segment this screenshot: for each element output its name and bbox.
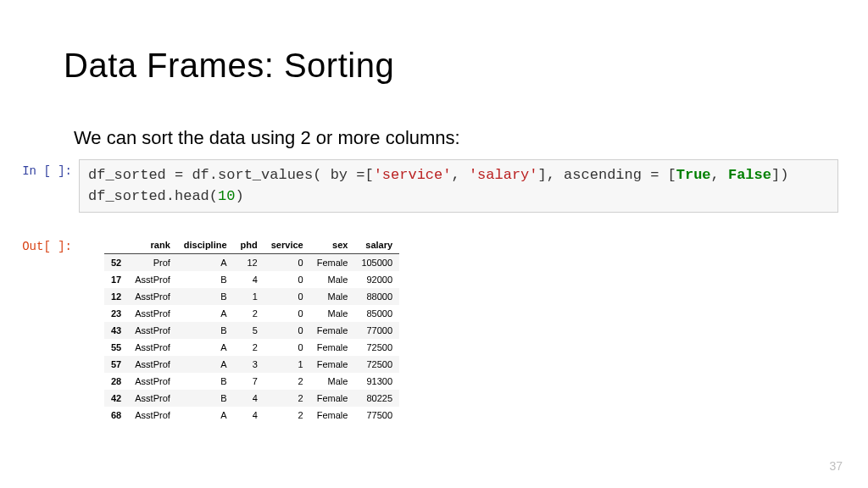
cell: A (177, 305, 234, 322)
cell: Male (310, 271, 355, 288)
dataframe-table: rank discipline phd service sex salary 5… (104, 236, 399, 424)
cell: A (177, 407, 234, 424)
row-index: 68 (104, 407, 128, 424)
cell: AsstProf (128, 288, 177, 305)
cell: B (177, 288, 234, 305)
index-header (104, 236, 128, 254)
col-header: rank (128, 236, 177, 254)
cell: 2 (234, 305, 264, 322)
cell: Female (310, 390, 355, 407)
cell: 2 (234, 339, 264, 356)
out-prompt: Out[ ]: (19, 236, 79, 253)
cell: 4 (234, 407, 264, 424)
cell: AsstProf (128, 305, 177, 322)
table-row: 68AsstProfA42Female77500 (104, 407, 399, 424)
row-index: 28 (104, 373, 128, 390)
code-block: df_sorted = df.sort_values( by =['servic… (79, 159, 838, 213)
cell: 0 (264, 271, 310, 288)
cell: AsstProf (128, 407, 177, 424)
row-index: 57 (104, 356, 128, 373)
cell: Prof (128, 254, 177, 272)
cell: B (177, 271, 234, 288)
cell: 0 (264, 254, 310, 272)
code-line-1: df_sorted = df.sort_values( by =['servic… (88, 165, 829, 186)
body-text: We can sort the data using 2 or more col… (74, 127, 804, 149)
cell: 77000 (354, 322, 399, 339)
cell: A (177, 339, 234, 356)
cell: Female (310, 339, 355, 356)
cell: 2 (264, 373, 310, 390)
page-number: 37 (829, 459, 843, 473)
cell: B (177, 373, 234, 390)
cell: 3 (234, 356, 264, 373)
cell: AsstProf (128, 390, 177, 407)
cell: Male (310, 305, 355, 322)
cell: B (177, 390, 234, 407)
cell: AsstProf (128, 339, 177, 356)
table-row: 43AsstProfB50Female77000 (104, 322, 399, 339)
table-body: 52ProfA120Female10500017AsstProfB40Male9… (104, 254, 399, 424)
row-index: 17 (104, 271, 128, 288)
col-header: sex (310, 236, 355, 254)
cell: Female (310, 356, 355, 373)
col-header: discipline (177, 236, 234, 254)
cell: 80225 (354, 390, 399, 407)
cell: 85000 (354, 305, 399, 322)
col-header: service (264, 236, 310, 254)
table-row: 42AsstProfB42Female80225 (104, 390, 399, 407)
cell: 2 (264, 390, 310, 407)
cell: 0 (264, 288, 310, 305)
table-row: 23AsstProfA20Male85000 (104, 305, 399, 322)
cell: Male (310, 288, 355, 305)
cell: A (177, 356, 234, 373)
cell: 105000 (354, 254, 399, 272)
cell: 12 (234, 254, 264, 272)
cell: 72500 (354, 356, 399, 373)
cell: 91300 (354, 373, 399, 390)
page-title: Data Frames: Sorting (64, 47, 804, 85)
cell: B (177, 322, 234, 339)
cell: 77500 (354, 407, 399, 424)
slide: Data Frames: Sorting We can sort the dat… (0, 0, 868, 488)
output-cell: Out[ ]: rank discipline phd service sex … (19, 236, 804, 424)
row-index: 42 (104, 390, 128, 407)
cell: 1 (234, 288, 264, 305)
col-header: salary (354, 236, 399, 254)
table-row: 17AsstProfB40Male92000 (104, 271, 399, 288)
table-header-row: rank discipline phd service sex salary (104, 236, 399, 254)
in-prompt: In [ ]: (19, 159, 79, 178)
cell: 0 (264, 322, 310, 339)
cell: AsstProf (128, 322, 177, 339)
cell: 0 (264, 339, 310, 356)
table-row: 57AsstProfA31Female72500 (104, 356, 399, 373)
col-header: phd (234, 236, 264, 254)
cell: 1 (264, 356, 310, 373)
cell: Female (310, 254, 355, 272)
cell: 5 (234, 322, 264, 339)
table-row: 28AsstProfB72Male91300 (104, 373, 399, 390)
cell: A (177, 254, 234, 272)
input-cell: In [ ]: df_sorted = df.sort_values( by =… (19, 159, 838, 213)
cell: 2 (264, 407, 310, 424)
cell: AsstProf (128, 271, 177, 288)
cell: 72500 (354, 339, 399, 356)
cell: 92000 (354, 271, 399, 288)
cell: 0 (264, 305, 310, 322)
cell: Male (310, 373, 355, 390)
cell: 4 (234, 271, 264, 288)
cell: Female (310, 322, 355, 339)
cell: AsstProf (128, 373, 177, 390)
table-row: 12AsstProfB10Male88000 (104, 288, 399, 305)
table-row: 52ProfA120Female105000 (104, 254, 399, 272)
row-index: 52 (104, 254, 128, 272)
row-index: 43 (104, 322, 128, 339)
row-index: 12 (104, 288, 128, 305)
row-index: 23 (104, 305, 128, 322)
cell: 7 (234, 373, 264, 390)
cell: 4 (234, 390, 264, 407)
cell: 88000 (354, 288, 399, 305)
row-index: 55 (104, 339, 128, 356)
cell: Female (310, 407, 355, 424)
cell: AsstProf (128, 356, 177, 373)
table-row: 55AsstProfA20Female72500 (104, 339, 399, 356)
